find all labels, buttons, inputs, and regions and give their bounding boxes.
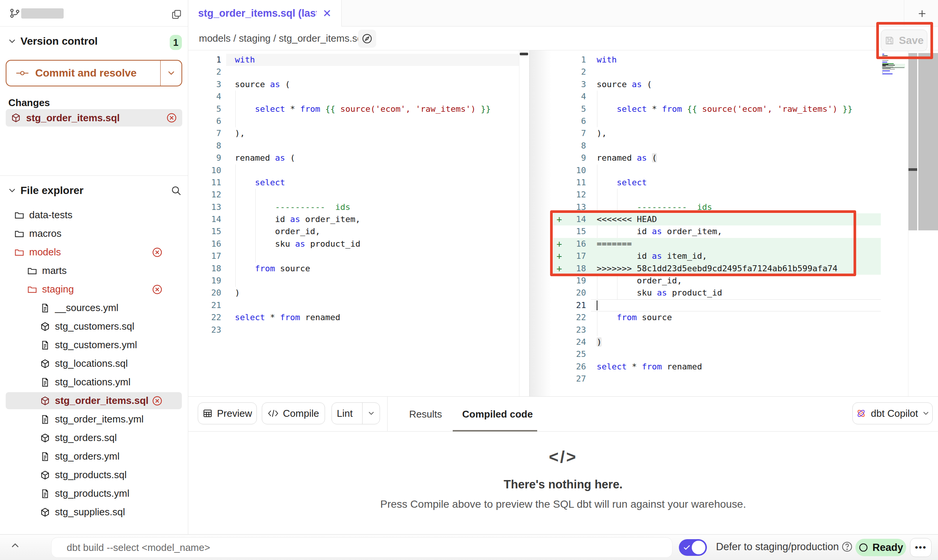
code-line-5[interactable]: 5 select * from {{ source('ecom', 'raw_i… bbox=[188, 103, 519, 115]
dbt-command-input[interactable]: dbt build --select <model_name> bbox=[51, 537, 672, 558]
file-tree-item-stg-locations-sql[interactable]: stg_locations.sql bbox=[0, 354, 188, 373]
code-line-10[interactable]: 10 bbox=[553, 164, 881, 177]
code-line-13[interactable]: 13 ---------- ids bbox=[553, 201, 881, 213]
code-line-19[interactable]: 19 bbox=[188, 275, 519, 287]
code-line-20[interactable]: 20) bbox=[188, 287, 519, 299]
tab-results[interactable]: Results bbox=[409, 397, 442, 432]
new-tab-button[interactable] bbox=[916, 7, 929, 20]
help-icon[interactable] bbox=[841, 541, 853, 553]
code-line-8[interactable]: 8 bbox=[188, 140, 519, 152]
more-options-button[interactable]: ••• bbox=[910, 538, 932, 557]
code-line-7[interactable]: 7), bbox=[188, 127, 519, 139]
file-tree-item-models[interactable]: models bbox=[0, 243, 188, 261]
changed-file-row[interactable]: stg_order_items.sql bbox=[6, 109, 182, 127]
code-minimap[interactable] bbox=[882, 54, 905, 75]
defer-toggle[interactable] bbox=[679, 539, 707, 556]
editor-pane-last-commit[interactable]: 1with23source as (45 select * from {{ so… bbox=[188, 50, 519, 396]
code-line-15[interactable]: 15 order_id, bbox=[188, 225, 519, 238]
code-line-12[interactable]: 12 bbox=[553, 189, 881, 201]
code-line-16[interactable]: +16======= bbox=[553, 238, 881, 250]
tab-close-icon[interactable]: ✕ bbox=[323, 7, 331, 20]
code-line-26[interactable]: 26select * from renamed bbox=[553, 361, 881, 373]
code-line-4[interactable]: 4 bbox=[553, 91, 881, 103]
code-line-12[interactable]: 12 bbox=[188, 189, 519, 201]
code-line-2[interactable]: 2 bbox=[188, 66, 519, 78]
file-tree-item-stg-products-sql[interactable]: stg_products.sql bbox=[0, 466, 188, 484]
file-tree-item-stg-products-yml[interactable]: stg_products.yml bbox=[0, 484, 188, 503]
code-line-21[interactable]: 21 bbox=[188, 299, 519, 311]
file-tree-item-stg-order-items-sql[interactable]: stg_order_items.sql bbox=[0, 391, 188, 410]
tab-stg-order-items[interactable]: stg_order_items.sql (last c... ✕ bbox=[188, 0, 342, 27]
file-tree-item-stg-locations-yml[interactable]: stg_locations.yml bbox=[0, 373, 188, 391]
code-line-22[interactable]: 22 from source bbox=[553, 311, 881, 324]
code-line-2[interactable]: 2 bbox=[553, 66, 881, 78]
file-tree-item-macros[interactable]: macros bbox=[0, 224, 188, 243]
file-tree-item-marts[interactable]: marts bbox=[0, 261, 188, 280]
lint-options-chevron[interactable] bbox=[362, 403, 380, 424]
discard-change-icon[interactable] bbox=[152, 247, 163, 258]
code-line-3[interactable]: 3source as ( bbox=[553, 78, 881, 91]
code-line-6[interactable]: 6 bbox=[553, 115, 881, 127]
commit-options-chevron[interactable] bbox=[160, 61, 181, 86]
compile-button[interactable]: Compile bbox=[262, 402, 325, 424]
file-tree-item-stg-customers-yml[interactable]: stg_customers.yml bbox=[0, 336, 188, 354]
code-line-8[interactable]: 8 bbox=[553, 140, 881, 152]
connection-status-badge[interactable]: Ready bbox=[855, 539, 906, 556]
code-line-1[interactable]: 1with bbox=[553, 54, 881, 66]
code-line-5[interactable]: 5 select * from {{ source('ecom', 'raw_i… bbox=[553, 103, 881, 115]
code-line-20[interactable]: 20 sku as product_id bbox=[553, 287, 881, 299]
file-tree-item-stg-customers-sql[interactable]: stg_customers.sql bbox=[0, 317, 188, 336]
code-line-23[interactable]: 23 bbox=[188, 324, 519, 336]
code-line-9[interactable]: 9renamed as ( bbox=[188, 152, 519, 164]
code-line-18[interactable]: 18 from source bbox=[188, 263, 519, 275]
code-line-19[interactable]: 19 order_id, bbox=[553, 275, 881, 287]
discard-change-icon[interactable] bbox=[152, 396, 163, 406]
code-line-17[interactable]: 17 bbox=[188, 250, 519, 262]
window-scrollbar[interactable] bbox=[918, 53, 938, 230]
code-line-17[interactable]: +17 id as item_id, bbox=[553, 250, 881, 262]
file-tree-item-data-tests[interactable]: data-tests bbox=[0, 206, 188, 224]
code-line-18[interactable]: +18>>>>>>> 58c1dd23d5eebd9cd2495fa7124ab… bbox=[553, 263, 881, 275]
code-line-25[interactable]: 25 bbox=[553, 348, 881, 360]
tab-compiled-code[interactable]: Compiled code bbox=[462, 397, 533, 432]
code-line-10[interactable]: 10 bbox=[188, 164, 519, 177]
lint-button[interactable]: Lint bbox=[331, 402, 380, 424]
code-line-4[interactable]: 4 bbox=[188, 91, 519, 103]
code-line-6[interactable]: 6 bbox=[188, 115, 519, 127]
code-line-7[interactable]: 7), bbox=[553, 127, 881, 139]
code-line-13[interactable]: 13 ---------- ids bbox=[188, 201, 519, 213]
code-line-11[interactable]: 11 select bbox=[188, 177, 519, 189]
dbt-copilot-button[interactable]: dbt Copilot bbox=[852, 402, 933, 424]
discard-change-icon[interactable] bbox=[152, 284, 163, 295]
code-line-24[interactable]: 24) bbox=[553, 336, 881, 348]
commit-and-resolve-button[interactable]: Commit and resolve bbox=[6, 60, 182, 86]
version-control-header[interactable]: Version control 1 bbox=[0, 30, 188, 53]
code-line-11[interactable]: 11 select bbox=[553, 177, 881, 189]
preview-button[interactable]: Preview bbox=[198, 402, 257, 424]
file-tree-item--sources-yml[interactable]: __sources.yml bbox=[0, 299, 188, 317]
code-line-23[interactable]: 23 bbox=[553, 324, 881, 336]
collapse-chevron-icon[interactable] bbox=[11, 542, 20, 548]
file-explorer-header[interactable]: File explorer bbox=[0, 179, 188, 202]
code-line-14[interactable]: 14 id as order_item, bbox=[188, 213, 519, 225]
code-line-21[interactable]: 21 bbox=[553, 299, 881, 311]
code-line-27[interactable]: 27 bbox=[553, 373, 881, 385]
code-line-22[interactable]: 22select * from renamed bbox=[188, 311, 519, 324]
file-tree-item-staging[interactable]: staging bbox=[0, 280, 188, 299]
split-editor[interactable]: 1with23source as (45 select * from {{ so… bbox=[188, 50, 938, 396]
discard-change-icon[interactable] bbox=[166, 113, 177, 123]
code-line-1[interactable]: 1with bbox=[188, 54, 519, 66]
code-line-9[interactable]: 9renamed as ( bbox=[553, 152, 881, 164]
file-tree-item-stg-orders-sql[interactable]: stg_orders.sql bbox=[0, 429, 188, 447]
file-tree-item-stg-orders-yml[interactable]: stg_orders.yml bbox=[0, 447, 188, 466]
code-line-16[interactable]: 16 sku as product_id bbox=[188, 238, 519, 250]
right-editor-scroll-thumb[interactable] bbox=[908, 168, 917, 171]
right-editor-scrollbar[interactable] bbox=[908, 53, 917, 230]
copy-files-icon[interactable] bbox=[171, 9, 182, 20]
code-line-3[interactable]: 3source as ( bbox=[188, 78, 519, 91]
file-tree-item-stg-supplies-sql[interactable]: stg_supplies.sql bbox=[0, 503, 188, 521]
code-line-14[interactable]: +14<<<<<<< HEAD bbox=[553, 213, 881, 225]
search-icon[interactable] bbox=[170, 185, 182, 196]
save-button[interactable]: Save bbox=[881, 30, 927, 51]
file-tree-item-stg-order-items-yml[interactable]: stg_order_items.yml bbox=[0, 410, 188, 429]
